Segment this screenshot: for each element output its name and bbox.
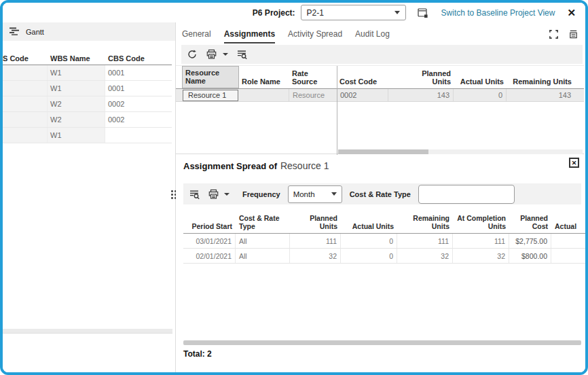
gantt-panel-header: Gantt [3, 22, 175, 41]
tab-assignments[interactable]: Assignments [224, 29, 275, 43]
table-cell: 0 [341, 249, 397, 263]
column-header-actual-cost[interactable]: Actual [551, 211, 585, 233]
table-cell: 02/01/2021 [183, 249, 236, 263]
print-icon[interactable] [206, 49, 217, 60]
spread-row[interactable]: 02/01/2021 All 32 0 32 32 $800.00 [183, 249, 585, 264]
spread-row[interactable]: 03/01/2021 All 111 0 111 111 $2,775.00 [183, 234, 585, 249]
table-cell: 111 [397, 234, 453, 248]
horizontal-scrollbar[interactable] [3, 329, 172, 334]
wbs-table-row[interactable]: W1 [3, 128, 172, 143]
table-cell: $2,775.00 [509, 234, 551, 248]
horizontal-scrollbar[interactable] [338, 149, 583, 154]
column-header-actual-units[interactable]: Actual Units [454, 66, 507, 88]
table-cell [3, 112, 48, 127]
tab-bar: General Assignments Activity Spread Audi… [176, 22, 585, 43]
column-header-resource-name[interactable]: Resource Name [182, 66, 239, 88]
table-cell: W1 [48, 65, 105, 80]
column-header-rate-source[interactable]: Rate Source [289, 66, 337, 88]
column-header-cost-rate-type[interactable]: Cost & Rate Type [236, 211, 290, 233]
spread-title: Assignment Spread ofResource 1 [183, 160, 329, 171]
print-options-caret-icon[interactable] [224, 193, 229, 196]
wbs-table-row[interactable]: W2 0002 [3, 112, 172, 128]
gantt-icon[interactable] [10, 27, 20, 36]
table-cell: 0001 [105, 81, 172, 96]
table-cell: W1 [48, 81, 105, 96]
scrollbar-thumb[interactable] [338, 149, 428, 154]
table-cell: W1 [48, 128, 105, 143]
table-cell: 0001 [105, 65, 172, 80]
column-header-cost-code[interactable]: Cost Code [337, 66, 388, 88]
table-cell: 32 [397, 249, 453, 263]
frequency-label: Frequency [242, 190, 280, 198]
wbs-table-row[interactable]: W1 0001 [3, 65, 172, 81]
table-cell [239, 89, 289, 101]
filter-search-icon[interactable] [236, 49, 248, 60]
close-icon[interactable]: ✕ [567, 7, 576, 18]
table-cell [3, 81, 48, 96]
p6-project-label: P6 Project: [253, 8, 295, 18]
table-cell: 0002 [337, 89, 388, 101]
cost-rate-type-label: Cost & Rate Type [350, 190, 411, 198]
cost-rate-type-input[interactable] [418, 185, 515, 204]
column-header-planned-cost[interactable]: Planned Cost [509, 211, 551, 233]
detach-icon[interactable] [568, 29, 578, 39]
table-cell: 32 [290, 249, 341, 263]
refresh-icon[interactable] [187, 49, 198, 60]
frequency-select[interactable]: Month [288, 185, 342, 203]
column-header-remaining-units[interactable]: Remaining Units [397, 211, 453, 233]
project-select[interactable]: P2-1 [301, 5, 406, 20]
project-details-icon[interactable] [417, 7, 429, 18]
table-cell [3, 96, 48, 111]
chevron-down-icon [394, 11, 400, 14]
wbs-table: S Code WBS Name CBS Code W1 0001 W1 0001… [3, 51, 172, 143]
p6-project-dialog: P6 Project: P2-1 Switch to Baseline Proj… [0, 0, 588, 375]
table-cell [3, 128, 48, 143]
filter-search-icon[interactable] [189, 189, 200, 200]
table-cell [105, 128, 172, 143]
print-options-caret-icon[interactable] [223, 53, 228, 56]
table-cell: 0 [341, 234, 397, 248]
table-cell: 111 [453, 234, 509, 248]
horizontal-scrollbar[interactable] [183, 340, 581, 345]
table-cell: $800.00 [509, 249, 551, 263]
table-cell: 32 [453, 249, 509, 263]
table-cell: 143 [388, 89, 454, 101]
column-header-planned-units[interactable]: Planned Units [290, 211, 341, 233]
gantt-panel-title: Gantt [26, 28, 44, 36]
switch-baseline-link[interactable]: Switch to Baseline Project View [441, 8, 555, 18]
column-header-s-code[interactable]: S Code [3, 54, 48, 65]
gantt-panel: Gantt S Code WBS Name CBS Code W1 0001 W… [3, 22, 175, 372]
details-panel: General Assignments Activity Spread Audi… [176, 22, 585, 372]
table-cell: 0 [454, 89, 507, 101]
table-cell: W2 [48, 96, 105, 111]
spread-table: Period Start Cost & Rate Type Planned Un… [183, 211, 585, 264]
frozen-pane-divider [337, 66, 337, 155]
wbs-table-row[interactable]: W1 0001 [3, 81, 172, 96]
frequency-select-value: Month [293, 190, 315, 198]
expand-icon[interactable] [549, 29, 559, 39]
spread-close-icon[interactable]: ✕ [569, 158, 579, 168]
table-cell: 111 [290, 234, 341, 248]
column-header-period-start[interactable]: Period Start [183, 211, 236, 233]
column-header-planned-units[interactable]: Planned Units [388, 66, 454, 88]
column-header-actual-units[interactable]: Actual Units [341, 211, 397, 233]
column-header-at-completion-units[interactable]: At Completion Units [453, 211, 509, 233]
resource-grid-header: Resource Name Role Name Rate Source Cost… [176, 66, 584, 89]
project-select-value: P2-1 [307, 8, 324, 18]
column-header-role-name[interactable]: Role Name [239, 66, 289, 88]
print-icon[interactable] [208, 189, 219, 200]
tab-general[interactable]: General [182, 29, 211, 43]
assignment-spread-section: ✕ Assignment Spread ofResource 1 [176, 154, 585, 372]
column-header-cbs-code[interactable]: CBS Code [105, 54, 172, 65]
tab-audit-log[interactable]: Audit Log [355, 29, 390, 43]
resource-name-cell[interactable]: Resource 1 [183, 90, 238, 101]
top-bar: P6 Project: P2-1 Switch to Baseline Proj… [3, 3, 585, 22]
table-cell: All [236, 234, 290, 248]
column-header-wbs-name[interactable]: WBS Name [48, 54, 105, 65]
column-header-remaining-units[interactable]: Remaining Units [507, 66, 574, 88]
table-cell: 143 [507, 89, 574, 101]
resource-row[interactable]: Resource 1 Resource 0002 143 0 143 [176, 89, 584, 102]
assignments-toolbar [181, 45, 583, 64]
tab-activity-spread[interactable]: Activity Spread [288, 29, 342, 43]
wbs-table-row[interactable]: W2 0002 [3, 96, 172, 112]
